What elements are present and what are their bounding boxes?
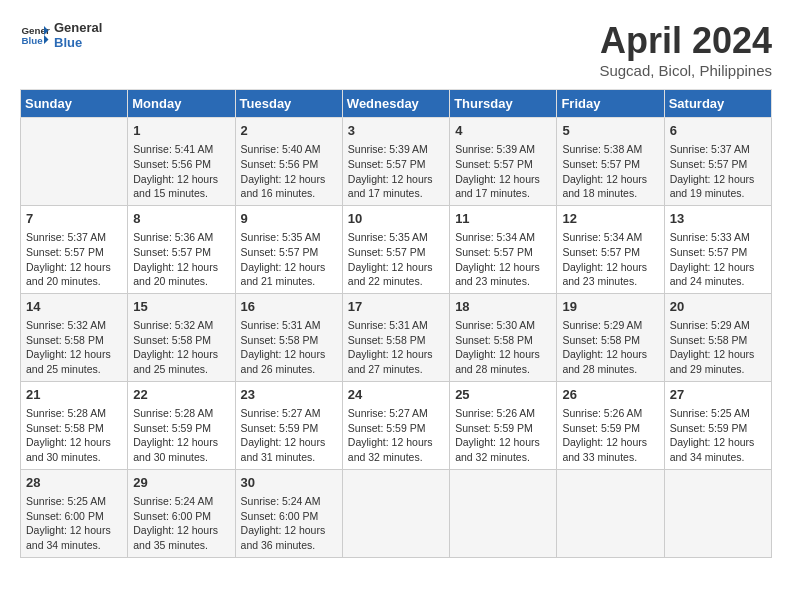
day-cell: 12Sunrise: 5:34 AM Sunset: 5:57 PM Dayli… xyxy=(557,205,664,293)
week-row-3: 21Sunrise: 5:28 AM Sunset: 5:58 PM Dayli… xyxy=(21,381,772,469)
day-cell: 11Sunrise: 5:34 AM Sunset: 5:57 PM Dayli… xyxy=(450,205,557,293)
day-number: 30 xyxy=(241,474,337,492)
day-number: 19 xyxy=(562,298,658,316)
day-info: Sunrise: 5:25 AM Sunset: 5:59 PM Dayligh… xyxy=(670,406,766,465)
day-cell: 8Sunrise: 5:36 AM Sunset: 5:57 PM Daylig… xyxy=(128,205,235,293)
day-number: 16 xyxy=(241,298,337,316)
day-info: Sunrise: 5:38 AM Sunset: 5:57 PM Dayligh… xyxy=(562,142,658,201)
day-number: 14 xyxy=(26,298,122,316)
day-info: Sunrise: 5:37 AM Sunset: 5:57 PM Dayligh… xyxy=(26,230,122,289)
day-number: 4 xyxy=(455,122,551,140)
day-info: Sunrise: 5:25 AM Sunset: 6:00 PM Dayligh… xyxy=(26,494,122,553)
day-info: Sunrise: 5:26 AM Sunset: 5:59 PM Dayligh… xyxy=(562,406,658,465)
col-header-sunday: Sunday xyxy=(21,90,128,118)
day-number: 5 xyxy=(562,122,658,140)
day-cell: 13Sunrise: 5:33 AM Sunset: 5:57 PM Dayli… xyxy=(664,205,771,293)
day-number: 26 xyxy=(562,386,658,404)
day-number: 20 xyxy=(670,298,766,316)
day-number: 28 xyxy=(26,474,122,492)
day-number: 22 xyxy=(133,386,229,404)
logo-line1: General xyxy=(54,20,102,35)
day-number: 8 xyxy=(133,210,229,228)
day-cell: 29Sunrise: 5:24 AM Sunset: 6:00 PM Dayli… xyxy=(128,469,235,557)
day-info: Sunrise: 5:29 AM Sunset: 5:58 PM Dayligh… xyxy=(670,318,766,377)
day-number: 24 xyxy=(348,386,444,404)
day-number: 29 xyxy=(133,474,229,492)
day-cell: 9Sunrise: 5:35 AM Sunset: 5:57 PM Daylig… xyxy=(235,205,342,293)
week-row-1: 7Sunrise: 5:37 AM Sunset: 5:57 PM Daylig… xyxy=(21,205,772,293)
day-info: Sunrise: 5:26 AM Sunset: 5:59 PM Dayligh… xyxy=(455,406,551,465)
day-info: Sunrise: 5:30 AM Sunset: 5:58 PM Dayligh… xyxy=(455,318,551,377)
day-cell: 26Sunrise: 5:26 AM Sunset: 5:59 PM Dayli… xyxy=(557,381,664,469)
day-cell: 21Sunrise: 5:28 AM Sunset: 5:58 PM Dayli… xyxy=(21,381,128,469)
day-info: Sunrise: 5:27 AM Sunset: 5:59 PM Dayligh… xyxy=(348,406,444,465)
day-info: Sunrise: 5:31 AM Sunset: 5:58 PM Dayligh… xyxy=(241,318,337,377)
col-header-saturday: Saturday xyxy=(664,90,771,118)
day-info: Sunrise: 5:41 AM Sunset: 5:56 PM Dayligh… xyxy=(133,142,229,201)
day-cell: 18Sunrise: 5:30 AM Sunset: 5:58 PM Dayli… xyxy=(450,293,557,381)
day-number: 25 xyxy=(455,386,551,404)
day-cell xyxy=(557,469,664,557)
day-info: Sunrise: 5:39 AM Sunset: 5:57 PM Dayligh… xyxy=(348,142,444,201)
day-info: Sunrise: 5:34 AM Sunset: 5:57 PM Dayligh… xyxy=(455,230,551,289)
day-cell: 1Sunrise: 5:41 AM Sunset: 5:56 PM Daylig… xyxy=(128,118,235,206)
day-cell: 24Sunrise: 5:27 AM Sunset: 5:59 PM Dayli… xyxy=(342,381,449,469)
day-cell: 6Sunrise: 5:37 AM Sunset: 5:57 PM Daylig… xyxy=(664,118,771,206)
day-info: Sunrise: 5:28 AM Sunset: 5:59 PM Dayligh… xyxy=(133,406,229,465)
day-number: 1 xyxy=(133,122,229,140)
day-info: Sunrise: 5:31 AM Sunset: 5:58 PM Dayligh… xyxy=(348,318,444,377)
day-number: 11 xyxy=(455,210,551,228)
day-info: Sunrise: 5:24 AM Sunset: 6:00 PM Dayligh… xyxy=(241,494,337,553)
day-info: Sunrise: 5:32 AM Sunset: 5:58 PM Dayligh… xyxy=(133,318,229,377)
day-cell: 23Sunrise: 5:27 AM Sunset: 5:59 PM Dayli… xyxy=(235,381,342,469)
day-cell: 19Sunrise: 5:29 AM Sunset: 5:58 PM Dayli… xyxy=(557,293,664,381)
day-info: Sunrise: 5:32 AM Sunset: 5:58 PM Dayligh… xyxy=(26,318,122,377)
day-number: 17 xyxy=(348,298,444,316)
day-number: 15 xyxy=(133,298,229,316)
col-header-wednesday: Wednesday xyxy=(342,90,449,118)
month-title: April 2024 xyxy=(599,20,772,62)
col-header-tuesday: Tuesday xyxy=(235,90,342,118)
day-info: Sunrise: 5:34 AM Sunset: 5:57 PM Dayligh… xyxy=(562,230,658,289)
day-info: Sunrise: 5:29 AM Sunset: 5:58 PM Dayligh… xyxy=(562,318,658,377)
day-number: 13 xyxy=(670,210,766,228)
col-header-friday: Friday xyxy=(557,90,664,118)
day-cell xyxy=(664,469,771,557)
title-area: April 2024 Sugcad, Bicol, Philippines xyxy=(599,20,772,79)
day-info: Sunrise: 5:24 AM Sunset: 6:00 PM Dayligh… xyxy=(133,494,229,553)
week-row-2: 14Sunrise: 5:32 AM Sunset: 5:58 PM Dayli… xyxy=(21,293,772,381)
logo: General Blue General Blue xyxy=(20,20,102,50)
day-number: 10 xyxy=(348,210,444,228)
day-cell: 20Sunrise: 5:29 AM Sunset: 5:58 PM Dayli… xyxy=(664,293,771,381)
logo-icon: General Blue xyxy=(20,20,50,50)
day-info: Sunrise: 5:35 AM Sunset: 5:57 PM Dayligh… xyxy=(348,230,444,289)
day-cell: 16Sunrise: 5:31 AM Sunset: 5:58 PM Dayli… xyxy=(235,293,342,381)
day-cell: 4Sunrise: 5:39 AM Sunset: 5:57 PM Daylig… xyxy=(450,118,557,206)
day-cell: 25Sunrise: 5:26 AM Sunset: 5:59 PM Dayli… xyxy=(450,381,557,469)
day-info: Sunrise: 5:37 AM Sunset: 5:57 PM Dayligh… xyxy=(670,142,766,201)
day-cell: 3Sunrise: 5:39 AM Sunset: 5:57 PM Daylig… xyxy=(342,118,449,206)
day-info: Sunrise: 5:35 AM Sunset: 5:57 PM Dayligh… xyxy=(241,230,337,289)
day-cell: 5Sunrise: 5:38 AM Sunset: 5:57 PM Daylig… xyxy=(557,118,664,206)
svg-text:Blue: Blue xyxy=(22,35,44,46)
day-number: 27 xyxy=(670,386,766,404)
calendar-table: SundayMondayTuesdayWednesdayThursdayFrid… xyxy=(20,89,772,558)
day-number: 6 xyxy=(670,122,766,140)
day-cell: 27Sunrise: 5:25 AM Sunset: 5:59 PM Dayli… xyxy=(664,381,771,469)
week-row-0: 1Sunrise: 5:41 AM Sunset: 5:56 PM Daylig… xyxy=(21,118,772,206)
day-info: Sunrise: 5:40 AM Sunset: 5:56 PM Dayligh… xyxy=(241,142,337,201)
day-cell: 17Sunrise: 5:31 AM Sunset: 5:58 PM Dayli… xyxy=(342,293,449,381)
col-header-thursday: Thursday xyxy=(450,90,557,118)
day-cell: 22Sunrise: 5:28 AM Sunset: 5:59 PM Dayli… xyxy=(128,381,235,469)
calendar-header-row: SundayMondayTuesdayWednesdayThursdayFrid… xyxy=(21,90,772,118)
day-number: 21 xyxy=(26,386,122,404)
day-cell: 2Sunrise: 5:40 AM Sunset: 5:56 PM Daylig… xyxy=(235,118,342,206)
day-info: Sunrise: 5:28 AM Sunset: 5:58 PM Dayligh… xyxy=(26,406,122,465)
day-cell: 7Sunrise: 5:37 AM Sunset: 5:57 PM Daylig… xyxy=(21,205,128,293)
day-info: Sunrise: 5:33 AM Sunset: 5:57 PM Dayligh… xyxy=(670,230,766,289)
logo-line2: Blue xyxy=(54,35,102,50)
day-cell: 30Sunrise: 5:24 AM Sunset: 6:00 PM Dayli… xyxy=(235,469,342,557)
day-cell: 28Sunrise: 5:25 AM Sunset: 6:00 PM Dayli… xyxy=(21,469,128,557)
day-number: 9 xyxy=(241,210,337,228)
day-number: 12 xyxy=(562,210,658,228)
